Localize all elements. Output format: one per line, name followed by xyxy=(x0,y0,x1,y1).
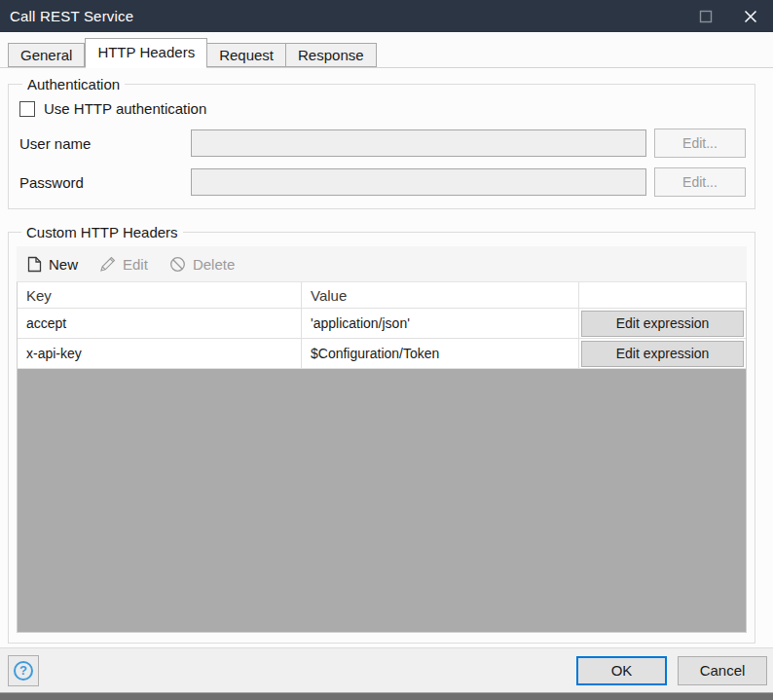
header-key: x-api-key xyxy=(18,339,302,368)
cancel-button[interactable]: Cancel xyxy=(678,656,767,685)
titlebar: Call REST Service xyxy=(0,0,773,32)
help-icon: ? xyxy=(14,661,33,681)
tab-general[interactable]: General xyxy=(8,43,85,67)
new-header-label: New xyxy=(49,256,78,273)
tab-request[interactable]: Request xyxy=(207,43,286,67)
authentication-group: Authentication Use HTTP authentication U… xyxy=(8,76,755,209)
custom-http-headers-group: Custom HTTP Headers New Edit xyxy=(8,224,755,644)
maximize-button[interactable] xyxy=(683,0,728,32)
headers-grid-header: Key Value xyxy=(18,282,746,309)
header-action-cell: Edit expression xyxy=(579,309,746,338)
password-edit-button[interactable]: Edit... xyxy=(654,167,746,197)
username-edit-button[interactable]: Edit... xyxy=(654,129,746,158)
use-http-authentication-row: Use HTTP authentication xyxy=(19,100,746,117)
use-http-authentication-label: Use HTTP authentication xyxy=(44,100,206,117)
headers-grid: Key Value accept 'application/json' Edit… xyxy=(17,281,747,633)
edit-expression-button-x-api-key[interactable]: Edit expression xyxy=(581,341,744,367)
use-http-authentication-checkbox[interactable] xyxy=(19,101,35,117)
password-input[interactable] xyxy=(191,168,646,196)
tab-response[interactable]: Response xyxy=(286,43,377,67)
delete-header-label: Delete xyxy=(193,256,235,273)
header-key: accept xyxy=(18,309,302,338)
dialog-footer: ? OK Cancel xyxy=(0,647,773,692)
window-bottom-edge xyxy=(0,692,773,700)
column-header-key[interactable]: Key xyxy=(18,282,302,308)
help-button[interactable]: ? xyxy=(8,655,39,686)
edit-header-button[interactable]: Edit xyxy=(99,256,148,273)
header-row-accept[interactable]: accept 'application/json' Edit expressio… xyxy=(18,309,746,339)
username-label: User name xyxy=(18,135,191,152)
close-icon xyxy=(744,10,757,23)
tab-strip: General HTTP Headers Request Response xyxy=(0,32,773,68)
authentication-legend: Authentication xyxy=(22,76,125,92)
custom-http-headers-legend: Custom HTTP Headers xyxy=(21,224,183,240)
ok-button[interactable]: OK xyxy=(576,656,667,685)
username-row: User name Edit... xyxy=(18,129,746,158)
header-value: 'application/json' xyxy=(302,309,579,338)
password-row: Password Edit... xyxy=(18,167,746,197)
tab-http-headers[interactable]: HTTP Headers xyxy=(85,38,207,68)
new-header-button[interactable]: New xyxy=(27,256,78,273)
edit-expression-button-accept[interactable]: Edit expression xyxy=(581,311,744,337)
close-button[interactable] xyxy=(728,0,773,32)
grid-empty-area[interactable] xyxy=(18,369,746,632)
call-rest-service-dialog: Call REST Service General HTTP Headers R… xyxy=(0,0,773,700)
username-input[interactable] xyxy=(191,129,646,157)
http-headers-tab-page: Authentication Use HTTP authentication U… xyxy=(0,68,773,647)
maximize-icon xyxy=(699,10,713,23)
pencil-icon xyxy=(99,256,116,273)
header-row-x-api-key[interactable]: x-api-key $Configuration/Token Edit expr… xyxy=(18,339,746,369)
new-file-icon xyxy=(27,256,42,273)
header-value: $Configuration/Token xyxy=(302,339,579,368)
column-header-action xyxy=(579,282,746,308)
window-title: Call REST Service xyxy=(10,8,683,24)
header-action-cell: Edit expression xyxy=(579,339,746,368)
column-header-value[interactable]: Value xyxy=(302,282,579,308)
edit-header-label: Edit xyxy=(123,256,148,273)
headers-toolbar: New Edit Delete xyxy=(17,246,747,281)
delete-header-button[interactable]: Delete xyxy=(169,256,235,273)
password-label: Password xyxy=(18,174,191,191)
delete-icon xyxy=(169,256,186,273)
